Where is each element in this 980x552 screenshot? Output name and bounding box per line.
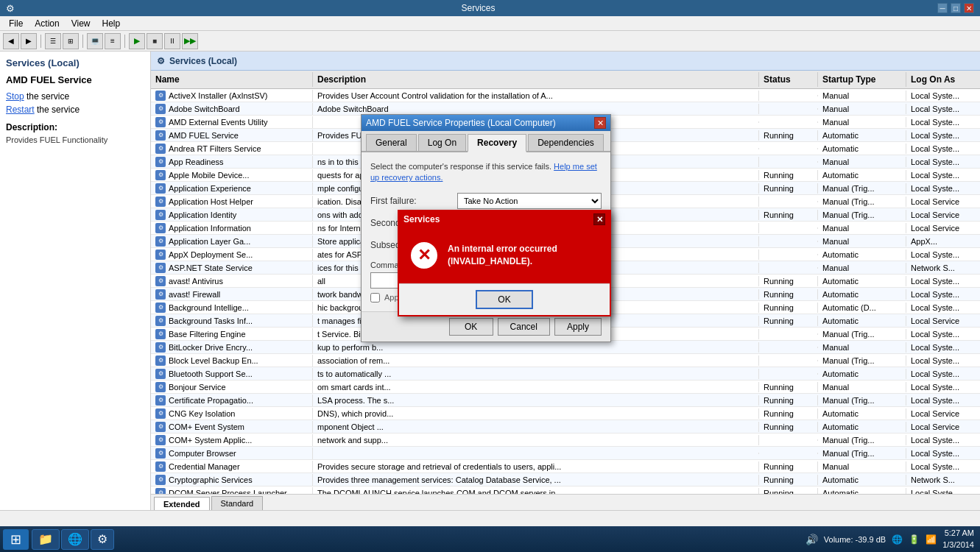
error-ok-button[interactable]: OK <box>476 290 532 309</box>
service-name-cell: Application Host Helper <box>151 196 313 208</box>
error-dialog-close[interactable]: ✕ <box>593 213 605 225</box>
col-status[interactable]: Status <box>759 72 818 87</box>
service-row[interactable]: CNG Key IsolationDNS), which provid...Ru… <box>151 407 980 420</box>
service-icon <box>155 236 166 247</box>
service-row[interactable]: Block Level Backup En...association of r… <box>151 354 980 367</box>
stop-button[interactable]: ■ <box>147 33 163 49</box>
service-row[interactable]: Certificate Propagatio...LSA process. Th… <box>151 394 980 407</box>
service-row[interactable]: BitLocker Drive Encry...kup to perform b… <box>151 341 980 354</box>
service-logon-cell: Local Syste... <box>906 382 980 392</box>
service-logon-cell: Local Syste... <box>906 395 980 406</box>
taskbar-explorer[interactable]: 📁 <box>32 529 60 550</box>
col-description[interactable]: Description <box>313 72 759 87</box>
service-desc-cell: Adobe SwitchBoard <box>313 104 759 114</box>
service-status-cell <box>759 201 818 202</box>
menu-view[interactable]: View <box>66 17 96 30</box>
service-logon-cell: Local Service <box>906 408 980 419</box>
properties-dialog-tabs: General Log On Recovery Dependencies <box>362 131 610 152</box>
stop-service-link[interactable]: Stop <box>6 91 24 102</box>
service-name-cell: ActiveX Installer (AxInstSV) <box>151 90 313 102</box>
properties-cancel-button[interactable]: Cancel <box>498 318 550 336</box>
properties-apply-button[interactable]: Apply <box>554 318 602 336</box>
properties-tab-dependencies[interactable]: Dependencies <box>528 134 604 151</box>
properties-tab-general[interactable]: General <box>366 134 417 151</box>
service-name-text: Application Layer Ga... <box>169 237 250 246</box>
service-name-text: Application Information <box>169 224 251 233</box>
menu-help[interactable]: Help <box>96 17 127 30</box>
service-desc-cell: network and supp... <box>313 435 759 445</box>
taskbar-settings[interactable]: ⚙ <box>91 529 114 550</box>
toolbar-separator-2 <box>82 35 83 48</box>
taskbar-chrome[interactable]: 🌐 <box>61 529 89 550</box>
restart-button[interactable]: ▶▶ <box>182 33 198 49</box>
show-hide-button[interactable]: ☰ <box>45 33 61 49</box>
service-startup-cell: Manual <box>818 223 906 233</box>
service-icon <box>155 329 166 339</box>
service-name-cell: Application Identity <box>151 209 313 221</box>
service-startup-cell: Manual (Trig... <box>818 210 906 220</box>
back-button[interactable]: ◀ <box>3 33 19 49</box>
service-startup-cell: Automatic <box>818 488 906 495</box>
properties-dialog-title-bar: AMD FUEL Service Properties (Local Compu… <box>362 115 610 131</box>
col-logon[interactable]: Log On As <box>906 72 980 87</box>
service-row[interactable]: Computer BrowserManual (Trig...Local Sys… <box>151 447 980 460</box>
service-status-cell: Running <box>759 210 818 220</box>
col-startup[interactable]: Startup Type <box>818 72 906 87</box>
append-failcount-checkbox[interactable] <box>370 293 380 302</box>
menu-file[interactable]: File <box>3 17 29 30</box>
service-name-text: AMD FUEL Service <box>169 131 239 140</box>
service-row[interactable]: Bonjour Serviceom smart cards int...Runn… <box>151 381 980 394</box>
properties-tab-logon[interactable]: Log On <box>418 134 466 151</box>
service-startup-cell: Manual (Trig... <box>818 448 906 459</box>
tab-extended[interactable]: Extended <box>154 497 210 510</box>
service-row[interactable]: Cryptographic ServicesProvides three man… <box>151 473 980 486</box>
computer-button[interactable]: 💻 <box>87 33 103 49</box>
service-status-cell: Running <box>759 461 818 472</box>
properties-tab-recovery[interactable]: Recovery <box>468 134 526 152</box>
service-icon <box>155 223 166 233</box>
properties-dialog-close[interactable]: ✕ <box>594 117 606 129</box>
service-name-text: DCOM Server Process Launcher <box>169 489 287 495</box>
col-name[interactable]: Name <box>151 72 313 87</box>
service-logon-cell: Local Syste... <box>906 461 980 472</box>
service-name-cell: Computer Browser <box>151 447 313 459</box>
close-button[interactable]: ✕ <box>964 3 974 13</box>
maximize-button[interactable]: □ <box>951 3 961 13</box>
start-button[interactable]: ⊞ <box>3 529 29 550</box>
forward-button[interactable]: ▶ <box>21 33 37 49</box>
service-icon <box>155 91 166 101</box>
service-row[interactable]: Bluetooth Support Se...ts to automatical… <box>151 367 980 381</box>
service-name-text: Base Filtering Engine <box>169 330 246 339</box>
service-row[interactable]: COM+ Event Systemmponent Object ...Runni… <box>151 420 980 434</box>
service-desc-cell: Provides secure storage and retrieval of… <box>313 461 759 472</box>
service-startup-cell: Automatic <box>818 422 906 432</box>
list-button[interactable]: ≡ <box>105 33 121 49</box>
service-logon-cell: Local Syste... <box>906 355 980 366</box>
service-status-cell: Running <box>759 488 818 495</box>
properties-ok-button[interactable]: OK <box>449 318 493 336</box>
service-name-cell: Cryptographic Services <box>151 474 313 486</box>
tab-standard[interactable]: Standard <box>211 496 264 510</box>
service-icon <box>155 302 166 313</box>
snap-button[interactable]: ⊞ <box>63 33 79 49</box>
service-row[interactable]: Credential ManagerProvides secure storag… <box>151 460 980 473</box>
service-logon-cell: Local Syste... <box>906 91 980 101</box>
service-desc-cell: association of rem... <box>313 355 759 366</box>
service-status-cell: Running <box>759 183 818 194</box>
first-failure-select[interactable]: Take No Action Restart the Service Run a… <box>457 193 602 209</box>
taskbar-time: 5:27 AM 1/3/2014 <box>942 528 974 551</box>
service-row[interactable]: COM+ System Applic...network and supp...… <box>151 434 980 447</box>
service-row[interactable]: DCOM Server Process LauncherThe DCOMLAUN… <box>151 486 980 494</box>
service-name-cell: Bluetooth Support Se... <box>151 368 313 380</box>
service-logon-cell: Local Syste... <box>906 130 980 141</box>
service-row[interactable]: ActiveX Installer (AxInstSV)Provides Use… <box>151 89 980 102</box>
service-name-text: Certificate Propagatio... <box>169 396 253 405</box>
service-logon-cell: Local Syste... <box>906 276 980 286</box>
restart-service-link[interactable]: Restart <box>6 105 35 115</box>
windows-icon: ⊞ <box>10 531 21 548</box>
sidebar-service-name: AMD FUEL Service <box>6 74 144 85</box>
pause-button[interactable]: ⏸ <box>164 33 180 49</box>
menu-action[interactable]: Action <box>29 17 65 30</box>
play-button[interactable]: ▶ <box>129 33 145 49</box>
minimize-button[interactable]: ─ <box>937 3 948 13</box>
